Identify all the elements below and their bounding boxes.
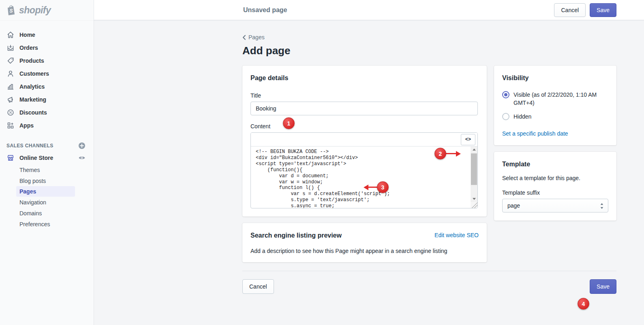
chevron-left-icon	[242, 35, 246, 40]
annotation-badge-4: 4	[578, 298, 589, 310]
sidebar-item-pages[interactable]: Pages	[16, 186, 75, 197]
sidebar-item-customers[interactable]: Customers	[0, 67, 94, 80]
sidebar-item-blog-posts[interactable]: Blog posts	[0, 175, 94, 186]
sidebar-item-domains[interactable]: Domains	[0, 208, 94, 219]
edit-website-seo-link[interactable]: Edit website SEO	[434, 232, 479, 238]
sidebar-item-apps[interactable]: Apps	[0, 119, 94, 132]
products-icon	[6, 57, 15, 65]
sidebar-item-orders[interactable]: Orders	[0, 41, 94, 54]
footer-save-button[interactable]: Save	[590, 279, 616, 294]
template-description: Select a template for this page.	[502, 175, 608, 181]
page-details-card: Page details Title Content <> <!-- BEGIN…	[242, 66, 487, 217]
page-details-heading: Page details	[250, 74, 479, 82]
topbar: S shopify Unsaved page Cancel Save	[0, 0, 644, 20]
sidebar-item-marketing[interactable]: Marketing	[0, 93, 94, 106]
shopify-logo[interactable]: S shopify	[0, 0, 94, 20]
topbar-page-title: Unsaved page	[243, 0, 287, 20]
set-publish-date-link[interactable]: Set a specific publish date	[502, 130, 568, 137]
shopify-bag-icon: S	[6, 4, 16, 16]
hidden-radio-row[interactable]: Hidden	[502, 113, 608, 121]
apps-icon	[6, 121, 15, 130]
title-input[interactable]	[250, 102, 478, 115]
sidebar-item-home[interactable]: Home	[0, 28, 94, 41]
add-sales-channel-icon[interactable]	[78, 142, 86, 149]
visible-radio-label: Visible (as of 2/22/2020, 1:10 AM GMT+4)	[513, 91, 607, 107]
orders-icon	[6, 44, 15, 52]
sidebar: Home Orders Products Customers Analytics…	[0, 20, 94, 325]
svg-text:S: S	[9, 8, 13, 14]
shopify-wordmark: shopify	[19, 5, 51, 16]
content-editor-toolbar: <>	[251, 133, 477, 147]
scroll-down-icon[interactable]	[471, 196, 477, 202]
sales-channels-header: SALES CHANNELS	[0, 140, 94, 151]
template-suffix-select[interactable]: page	[502, 199, 608, 212]
title-label: Title	[250, 92, 479, 99]
home-icon	[6, 31, 15, 39]
topbar-cancel-button[interactable]: Cancel	[554, 3, 586, 17]
seo-description: Add a description to see how this Page m…	[250, 248, 479, 254]
sidebar-item-products[interactable]: Products	[0, 54, 94, 67]
view-store-eye-icon[interactable]	[78, 154, 86, 161]
resize-grip-icon[interactable]	[471, 202, 477, 208]
customers-icon	[6, 70, 15, 78]
sidebar-item-navigation[interactable]: Navigation	[0, 197, 94, 208]
topbar-save-button[interactable]: Save	[590, 3, 616, 17]
hidden-radio-label: Hidden	[513, 113, 607, 121]
online-store-icon	[6, 154, 15, 162]
seo-card: Search engine listing preview Edit websi…	[242, 223, 487, 262]
visibility-card: Visibility Visible (as of 2/22/2020, 1:1…	[494, 66, 616, 145]
scrollbar-thumb[interactable]	[471, 153, 477, 185]
editor-scrollbar[interactable]	[471, 147, 477, 202]
template-card: Template Select a template for this page…	[494, 152, 616, 221]
select-caret-icon	[600, 202, 604, 210]
breadcrumb[interactable]: Pages	[242, 34, 275, 40]
sidebar-item-themes[interactable]: Themes	[0, 164, 94, 175]
footer-divider	[242, 271, 616, 271]
content-editor[interactable]: <> <!-- BEGIN BUKZA CODE --> <div id="Bu…	[250, 132, 478, 208]
annotation-arrowhead-2	[456, 151, 461, 157]
footer-cancel-button[interactable]: Cancel	[242, 279, 274, 294]
sidebar-item-preferences[interactable]: Preferences	[0, 219, 94, 229]
annotation-arrow-2	[446, 153, 456, 154]
annotation-arrowhead-3	[364, 185, 368, 190]
scroll-up-icon[interactable]	[471, 147, 477, 153]
annotation-badge-2: 2	[434, 148, 446, 159]
marketing-icon	[6, 96, 15, 104]
visible-radio[interactable]	[502, 91, 509, 98]
analytics-icon	[6, 83, 15, 91]
sidebar-item-discounts[interactable]: Discounts	[0, 106, 94, 119]
annotation-badge-3: 3	[377, 181, 389, 193]
visible-radio-row[interactable]: Visible (as of 2/22/2020, 1:10 AM GMT+4)	[502, 91, 608, 107]
template-suffix-value: page	[507, 202, 520, 209]
topbar-actions: Cancel Save	[554, 3, 616, 17]
show-html-button[interactable]: <>	[461, 134, 475, 145]
page-title: Add page	[242, 45, 616, 57]
footer-actions: Cancel Save	[242, 279, 616, 294]
template-suffix-label: Template suffix	[502, 189, 608, 196]
seo-heading: Search engine listing preview	[250, 232, 342, 239]
main-content: Pages Add page Page details Title Conten…	[94, 20, 644, 325]
annotation-arrow-3	[368, 187, 377, 188]
discounts-icon	[6, 108, 15, 117]
breadcrumb-label: Pages	[248, 34, 265, 40]
hidden-radio[interactable]	[502, 113, 509, 120]
annotation-badge-1: 1	[283, 117, 295, 129]
visibility-heading: Visibility	[502, 74, 608, 82]
sidebar-item-online-store[interactable]: Online Store	[0, 151, 94, 164]
sidebar-item-analytics[interactable]: Analytics	[0, 80, 94, 93]
template-heading: Template	[502, 161, 608, 168]
